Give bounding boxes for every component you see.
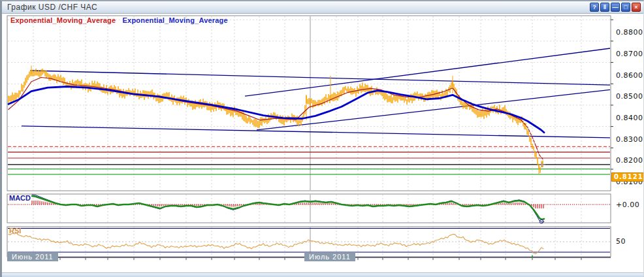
macd-panel-frame [7, 194, 611, 223]
price-tick-label: 0.8400 [616, 113, 643, 122]
help-button[interactable]: ? [590, 3, 599, 12]
month-label-july: Июль 2011 [304, 252, 355, 261]
window-title: График USD /CHF ЧАС [7, 3, 97, 12]
legend-ema-fast: Exponential_Moving_Average [10, 16, 116, 24]
current-price-value: 0.8121 [614, 173, 643, 180]
maximize-button[interactable]: □ [621, 3, 630, 12]
window-titlebar[interactable]: График USD /CHF ЧАС ?‖—□× [2, 1, 643, 14]
rsi-panel-label: RSI [9, 227, 21, 235]
chart-canvas[interactable] [2, 14, 644, 277]
price-tick-label: 0.8500 [616, 92, 643, 101]
current-price-box: 0.8121 [611, 172, 644, 182]
macd-panel-label: MACD [9, 194, 31, 202]
chart-content: Exponential_Moving_Average Exponential_M… [2, 14, 643, 277]
price-tick-label: 0.8800 [616, 28, 643, 37]
window-bottom-border [2, 272, 643, 277]
rsi-axis-value: 50 [616, 237, 626, 246]
window-controls: ?‖—□× [590, 3, 641, 12]
minimize-button[interactable]: — [611, 3, 620, 12]
close-button[interactable]: × [632, 3, 641, 12]
price-tick-label: 0.8200 [616, 156, 643, 165]
chart-window: График USD /CHF ЧАС ?‖—□× Exponential_Mo… [0, 0, 644, 277]
indicator-legend: Exponential_Moving_Average Exponential_M… [10, 16, 233, 24]
month-label-june: Июнь 2011 [7, 252, 58, 261]
price-tick-label: 0.8600 [616, 71, 643, 79]
macd-axis-value: +0.00 [616, 201, 639, 209]
pause-button[interactable]: ‖ [600, 3, 609, 12]
price-tick-label: 0.8700 [616, 49, 643, 57]
legend-ema-slow: Exponential_Moving_Average [123, 16, 228, 24]
price-tick-label: 0.8300 [616, 135, 643, 143]
